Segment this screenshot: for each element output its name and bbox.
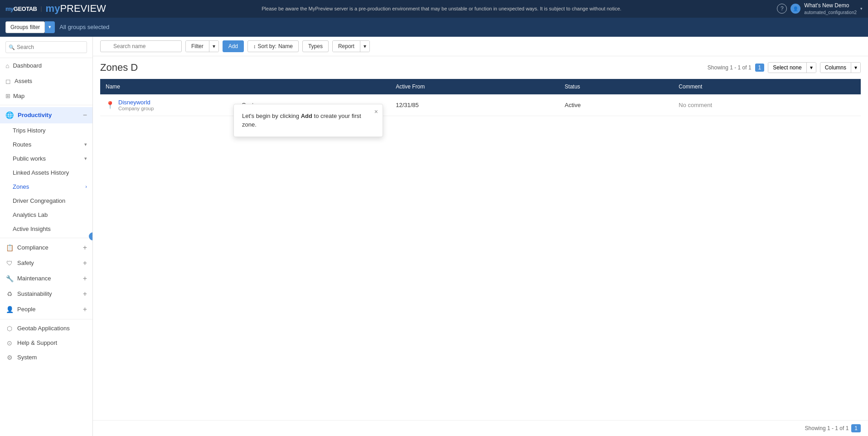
- mypreview-logo: myPREVIEW: [46, 3, 106, 15]
- columns-button[interactable]: Columns: [820, 63, 851, 73]
- sidebar-item-maintenance[interactable]: 🔧 Maintenance +: [0, 271, 92, 286]
- maintenance-plus-icon[interactable]: +: [83, 274, 87, 283]
- geotab-applications-label: Geotab Applications: [17, 325, 87, 332]
- people-label: People: [17, 306, 79, 313]
- page-number-badge[interactable]: 1: [755, 64, 765, 72]
- user-info: What's New Demo automated_configuration2: [804, 2, 857, 15]
- groups-filter-wrapper: Groups filter ▾: [5, 21, 55, 33]
- sidebar-item-label-assets: Assets: [15, 78, 32, 84]
- row-active-from-cell: 12/31/85: [390, 94, 559, 116]
- zones-arrow-icon: ›: [85, 184, 87, 189]
- dashboard-icon: ⌂: [5, 62, 9, 69]
- sidebar-search-input[interactable]: [5, 41, 87, 53]
- tooltip-close-button[interactable]: ×: [374, 108, 378, 115]
- sidebar-item-public-works[interactable]: Public works ▾: [0, 152, 92, 166]
- sidebar-item-geotab-applications[interactable]: ⬡ Geotab Applications: [0, 321, 92, 336]
- safety-plus-icon[interactable]: +: [83, 259, 87, 267]
- sidebar-item-sustainability[interactable]: ♻ Sustainability +: [0, 286, 92, 302]
- sustainability-plus-icon[interactable]: +: [83, 290, 87, 298]
- sidebar-divider-2: [0, 238, 92, 238]
- top-banner: myGEOTAB | myPREVIEW Please be aware the…: [0, 0, 868, 18]
- toolbar: Filter ▾ Add ↕ Sort by: Name Types Repor…: [93, 37, 868, 56]
- sidebar-item-compliance[interactable]: 📋 Compliance +: [0, 240, 92, 255]
- zones-table: Name Active From Status Comment 📍: [100, 79, 861, 116]
- col-header-active-from[interactable]: Active From: [390, 79, 559, 94]
- sidebar-item-label-map: Map: [13, 93, 24, 99]
- sort-button[interactable]: ↕ Sort by: Name: [247, 40, 299, 52]
- banner-user-area: ? 👤 What's New Demo automated_configurat…: [777, 2, 863, 15]
- sidebar-item-active-insights[interactable]: Active Insights: [0, 222, 92, 236]
- productivity-collapse-icon: −: [83, 111, 87, 119]
- assets-icon: ◻: [5, 78, 11, 85]
- logo-area: myGEOTAB | myPREVIEW: [5, 3, 106, 15]
- system-icon: ⚙: [5, 354, 14, 361]
- sustainability-label: Sustainability: [17, 290, 79, 297]
- tooltip-text: Let's begin by clicking Add to create yo…: [242, 112, 374, 129]
- sidebar-item-analytics-lab[interactable]: Analytics Lab: [0, 208, 92, 222]
- productivity-header-left: 🌐 Productivity: [5, 111, 52, 119]
- report-arrow-button[interactable]: ▾: [360, 41, 369, 52]
- select-none-arrow-button[interactable]: ▾: [806, 63, 816, 73]
- people-plus-icon[interactable]: +: [83, 305, 87, 314]
- report-button-group: Report ▾: [332, 40, 370, 52]
- routes-chevron-icon: ▾: [84, 142, 87, 147]
- filter-button[interactable]: Filter: [186, 41, 209, 52]
- compliance-plus-icon[interactable]: +: [83, 244, 87, 252]
- sidebar-item-help-support[interactable]: ⊙ Help & Support: [0, 336, 92, 350]
- productivity-globe-icon: 🌐: [5, 111, 14, 119]
- columns-group: Columns ▾: [820, 62, 861, 73]
- col-header-name[interactable]: Name: [100, 79, 236, 94]
- tooltip-text-before: Let's begin by clicking: [242, 113, 301, 119]
- sort-icon: ↕: [253, 44, 256, 49]
- types-label: Types: [308, 43, 323, 49]
- sidebar-item-map[interactable]: ⊞ Map: [0, 89, 92, 103]
- all-groups-text: All groups selected: [59, 24, 109, 30]
- safety-icon: 🛡: [5, 260, 14, 267]
- select-none-button[interactable]: Select none: [768, 63, 806, 73]
- zone-name-content: 📍 Disneyworld Company group: [106, 99, 231, 111]
- report-button[interactable]: Report: [333, 41, 360, 52]
- groups-filter-button[interactable]: Groups filter: [5, 21, 45, 33]
- user-chevron-icon[interactable]: ▾: [860, 6, 863, 11]
- help-icon[interactable]: ?: [777, 4, 787, 14]
- search-name-input[interactable]: [100, 40, 182, 52]
- sidebar-item-linked-assets-history[interactable]: Linked Assets History: [0, 166, 92, 180]
- bottom-bar: Showing 1 - 1 of 1 1: [93, 420, 868, 436]
- linked-assets-label: Linked Assets History: [13, 169, 69, 176]
- sidebar-item-people[interactable]: 👤 People +: [0, 302, 92, 317]
- bottom-page-badge[interactable]: 1: [851, 424, 861, 432]
- groups-filter-label: Groups filter: [10, 24, 40, 30]
- public-works-chevron-icon: ▾: [84, 156, 87, 162]
- table-row: 📍 Disneyworld Company group Customer 12/…: [100, 94, 861, 116]
- columns-label: Columns: [825, 64, 846, 71]
- filter-button-group: Filter ▾: [185, 40, 219, 52]
- sidebar-item-driver-congregation[interactable]: Driver Congregation: [0, 194, 92, 208]
- groups-filter-arrow-button[interactable]: ▾: [45, 21, 55, 33]
- map-icon: ⊞: [5, 93, 10, 99]
- table-header-row: Name Active From Status Comment: [100, 79, 861, 94]
- sidebar-item-safety[interactable]: 🛡 Safety +: [0, 255, 92, 271]
- columns-arrow-button[interactable]: ▾: [851, 63, 860, 73]
- sort-label: Sort by:: [258, 43, 276, 49]
- maintenance-icon: 🔧: [5, 275, 14, 282]
- sidebar-item-assets[interactable]: ◻ Assets: [0, 73, 92, 89]
- page-title: Zones D: [100, 62, 138, 73]
- sidebar-item-routes[interactable]: Routes ▾: [0, 137, 92, 152]
- col-header-group[interactable]: [236, 79, 390, 94]
- sidebar-item-system[interactable]: ⚙ System: [0, 350, 92, 365]
- maintenance-label: Maintenance: [17, 275, 79, 282]
- zone-name-link[interactable]: Disneyworld: [118, 99, 150, 106]
- sidebar-item-zones[interactable]: Zones ›: [0, 180, 92, 194]
- sidebar-item-dashboard[interactable]: ⌂ Dashboard: [0, 58, 92, 73]
- sidebar-item-trips-history[interactable]: Trips History: [0, 123, 92, 137]
- driver-congregation-label: Driver Congregation: [13, 197, 65, 204]
- productivity-header[interactable]: 🌐 Productivity −: [0, 107, 92, 123]
- col-header-comment[interactable]: Comment: [673, 79, 861, 94]
- mygeotab-logo: myGEOTAB: [5, 5, 37, 12]
- col-header-status[interactable]: Status: [559, 79, 674, 94]
- sidebar: ‹ ⌂ Dashboard ◻ Assets ⊞ Map 🌐 Produ: [0, 37, 93, 436]
- filter-arrow-button[interactable]: ▾: [209, 41, 218, 52]
- types-button[interactable]: Types: [302, 40, 329, 52]
- add-button[interactable]: Add: [223, 40, 244, 52]
- geotab-applications-icon: ⬡: [5, 325, 14, 332]
